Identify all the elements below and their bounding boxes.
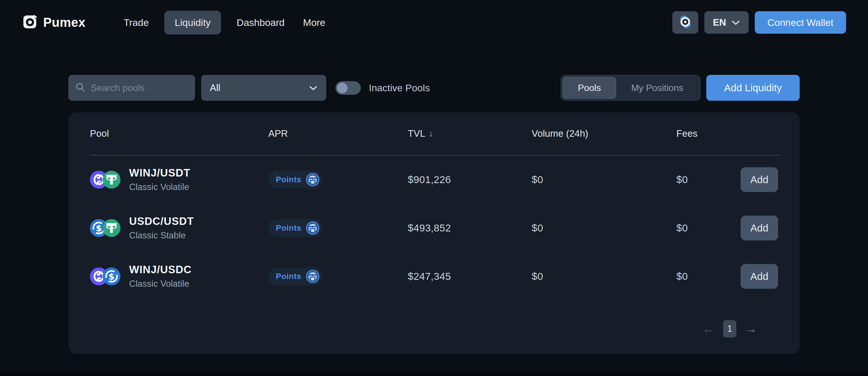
table-row[interactable]: WINJ/USDT Classic Volatile Points $901,2… (90, 156, 779, 204)
svg-text:$: $ (108, 272, 115, 281)
filter-bar: All Inactive Pools Pools My Positions Ad… (68, 75, 800, 101)
apr-cell: Points (268, 219, 408, 237)
inactive-pools-label: Inactive Pools (369, 82, 430, 94)
view-tabs: Pools My Positions (560, 75, 700, 101)
pool-type-select[interactable]: All (201, 75, 326, 101)
pool-type: Classic Stable (129, 230, 194, 241)
table-header: Pool APR TVL ↓ Volume (24h) Fees (90, 112, 779, 156)
add-button[interactable]: Add (741, 167, 778, 192)
nav-item-trade[interactable]: Trade (121, 11, 152, 35)
header: Pumex Trade Liquidity Dashboard More EN … (0, 0, 868, 45)
torii-coin-icon (306, 270, 319, 283)
search-box (68, 75, 195, 101)
header-right: EN Connect Wallet (672, 11, 846, 34)
torii-coin-icon (306, 221, 319, 235)
column-header-apr: APR (268, 128, 408, 139)
language-code: EN (713, 17, 726, 28)
nav-item-liquidity[interactable]: Liquidity (164, 11, 221, 35)
usdt-token-icon (102, 171, 120, 189)
points-label: Points (276, 272, 302, 281)
brand-name: Pumex (43, 15, 86, 30)
tvl-value: $901,226 (408, 174, 532, 185)
pool-name-block: USDC/USDT Classic Stable (129, 215, 194, 241)
usdc-token-icon: $ (102, 268, 120, 285)
column-header-fees: Fees (676, 128, 741, 139)
points-badge[interactable]: Points (268, 171, 322, 189)
fees-value: $0 (676, 271, 741, 282)
language-selector[interactable]: EN (704, 11, 749, 34)
toggle-knob (337, 82, 347, 93)
volume-value: $0 (532, 271, 676, 282)
next-page-icon[interactable]: → (745, 323, 757, 335)
pool-type: Classic Volatile (129, 279, 192, 289)
svg-text:$: $ (96, 223, 102, 233)
pool-type: Classic Volatile (129, 182, 190, 192)
tab-pools[interactable]: Pools (562, 77, 616, 99)
tvl-value: $247,345 (408, 271, 532, 282)
points-label: Points (276, 224, 302, 233)
brand[interactable]: Pumex (22, 14, 86, 31)
pool-name-block: WINJ/USDC Classic Volatile (129, 264, 192, 289)
points-badge[interactable]: Points (268, 219, 322, 237)
tab-my-positions[interactable]: My Positions (616, 77, 698, 99)
pumex-logo-icon (22, 14, 38, 31)
usdt-token-icon (102, 219, 120, 237)
pool-cell: WINJ/USDT Classic Volatile (90, 167, 268, 192)
pool-type-selected-value: All (210, 82, 220, 93)
tvl-value: $493,852 (408, 222, 532, 234)
search-icon (75, 82, 86, 94)
add-button[interactable]: Add (741, 216, 778, 240)
column-header-tvl[interactable]: TVL ↓ (408, 128, 532, 139)
prev-page-icon[interactable]: ← (702, 323, 714, 335)
apr-cell: Points (268, 268, 408, 285)
pool-pair: WINJ/USDC (129, 264, 192, 276)
points-badge[interactable]: Points (268, 268, 322, 285)
filter-right: Pools My Positions Add Liquidity (560, 75, 800, 101)
chevron-down-icon (732, 17, 740, 28)
tvl-header-label: TVL (408, 128, 425, 139)
column-header-volume: Volume (24h) (532, 128, 676, 139)
token-pair-icons: $ (90, 219, 120, 237)
fees-value: $0 (676, 222, 741, 234)
pagination: ← 1 → (90, 320, 779, 337)
inactive-pools-toggle[interactable] (336, 81, 361, 95)
token-pair-icons: $ (90, 268, 120, 285)
search-input[interactable] (91, 82, 188, 93)
inactive-pools-control: Inactive Pools (336, 81, 430, 95)
pool-pair: USDC/USDT (129, 215, 194, 228)
chevron-down-icon (309, 82, 317, 93)
nav-item-dashboard[interactable]: Dashboard (234, 11, 287, 35)
volume-value: $0 (532, 174, 676, 185)
add-button[interactable]: Add (741, 264, 778, 289)
sort-desc-icon: ↓ (429, 128, 433, 139)
table-row[interactable]: $ USDC/USDT Classic Stable Points $493,8… (90, 204, 779, 252)
token-pair-icons (90, 171, 120, 189)
apr-cell: Points (268, 171, 408, 189)
table-row[interactable]: $ WINJ/USDC Classic Volatile Points $247… (90, 252, 779, 301)
bottom-strip (0, 371, 868, 376)
nav-item-more[interactable]: More (300, 11, 328, 35)
add-liquidity-button[interactable]: Add Liquidity (706, 75, 800, 101)
liquidity-page: All Inactive Pools Pools My Positions Ad… (68, 75, 800, 354)
main-nav: Trade Liquidity Dashboard More (121, 11, 328, 35)
points-label: Points (276, 175, 302, 184)
fees-value: $0 (676, 174, 741, 185)
pools-card: Pool APR TVL ↓ Volume (24h) Fees WINJ/US… (68, 112, 800, 354)
pool-cell: $ WINJ/USDC Classic Volatile (90, 264, 268, 289)
column-header-pool: Pool (90, 128, 268, 139)
page-number[interactable]: 1 (723, 320, 736, 337)
rewards-coin-button[interactable] (672, 11, 698, 34)
pool-pair: WINJ/USDT (129, 167, 190, 179)
pool-name-block: WINJ/USDT Classic Volatile (129, 167, 190, 192)
coin-icon (678, 15, 692, 30)
connect-wallet-button[interactable]: Connect Wallet (755, 11, 846, 34)
torii-coin-icon (306, 173, 319, 186)
volume-value: $0 (532, 222, 676, 234)
pool-cell: $ USDC/USDT Classic Stable (90, 215, 268, 241)
